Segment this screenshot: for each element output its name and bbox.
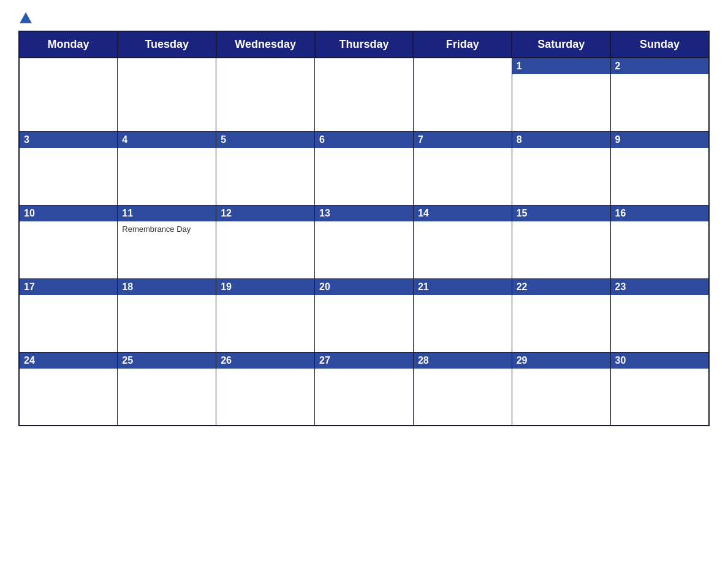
day-number: 11 <box>118 205 216 221</box>
calendar-cell: 2 <box>610 58 709 131</box>
calendar-cell: 11Remembrance Day <box>118 205 216 278</box>
calendar-cell: 18 <box>118 278 216 352</box>
day-number: 4 <box>118 132 216 148</box>
calendar-cell: 21 <box>413 278 512 352</box>
calendar-week-4: 17181920212223 <box>19 278 709 352</box>
calendar-cell: 12 <box>216 205 315 278</box>
calendar-cell: 27 <box>315 352 414 426</box>
day-number: 13 <box>315 205 413 221</box>
calendar-cell: 16 <box>610 205 709 278</box>
calendar-cell: 8 <box>512 131 610 205</box>
day-number: 21 <box>414 279 512 295</box>
calendar-cell: 9 <box>610 131 709 205</box>
calendar-cell: 7 <box>413 131 512 205</box>
calendar-cell <box>118 58 216 131</box>
calendar-table: MondayTuesdayWednesdayThursdayFridaySatu… <box>18 31 710 426</box>
calendar-cell: 6 <box>315 131 414 205</box>
day-number: 6 <box>315 132 413 148</box>
day-headers-row: MondayTuesdayWednesdayThursdayFridaySatu… <box>19 31 709 58</box>
calendar-cell: 15 <box>512 205 610 278</box>
calendar-week-3: 1011Remembrance Day1213141516 <box>19 205 709 278</box>
calendar-cell <box>315 58 414 131</box>
calendar-cell: 24 <box>19 352 118 426</box>
calendar-cell: 25 <box>118 352 216 426</box>
calendar-cell: 1 <box>512 58 610 131</box>
day-number: 8 <box>512 132 610 148</box>
day-number: 27 <box>315 353 413 369</box>
calendar-week-1: 12 <box>19 58 709 131</box>
day-number: 7 <box>414 132 512 148</box>
day-number: 25 <box>118 353 216 369</box>
day-number: 10 <box>20 205 117 221</box>
calendar-cell <box>413 58 512 131</box>
day-header-sunday: Sunday <box>610 31 709 58</box>
day-header-wednesday: Wednesday <box>216 31 315 58</box>
calendar-cell: 22 <box>512 278 610 352</box>
day-number: 9 <box>611 132 708 148</box>
logo <box>18 12 32 25</box>
day-number: 20 <box>315 279 413 295</box>
day-header-tuesday: Tuesday <box>118 31 216 58</box>
day-number: 3 <box>20 132 117 148</box>
day-number: 12 <box>216 205 314 221</box>
day-number: 15 <box>512 205 610 221</box>
day-header-monday: Monday <box>19 31 118 58</box>
day-header-saturday: Saturday <box>512 31 610 58</box>
day-number: 28 <box>414 353 512 369</box>
day-number: 24 <box>20 353 117 369</box>
day-number: 18 <box>118 279 216 295</box>
calendar-cell <box>216 58 315 131</box>
calendar-week-5: 24252627282930 <box>19 352 709 426</box>
day-number: 2 <box>611 58 708 74</box>
calendar-cell: 13 <box>315 205 414 278</box>
calendar-cell: 29 <box>512 352 610 426</box>
day-header-thursday: Thursday <box>315 31 414 58</box>
calendar-cell: 14 <box>413 205 512 278</box>
calendar-cell: 30 <box>610 352 709 426</box>
calendar-cell <box>19 58 118 131</box>
calendar-cell: 17 <box>19 278 118 352</box>
calendar-cell: 10 <box>19 205 118 278</box>
day-number: 29 <box>512 353 610 369</box>
calendar-cell: 26 <box>216 352 315 426</box>
calendar-cell: 5 <box>216 131 315 205</box>
day-number: 23 <box>611 279 708 295</box>
holiday-label: Remembrance Day <box>118 221 216 237</box>
calendar-cell: 4 <box>118 131 216 205</box>
calendar-cell: 28 <box>413 352 512 426</box>
day-number: 19 <box>216 279 314 295</box>
logo-triangle-icon <box>20 12 32 23</box>
day-number: 16 <box>611 205 708 221</box>
page-header <box>18 12 710 25</box>
day-number: 5 <box>216 132 314 148</box>
day-number: 30 <box>611 353 708 369</box>
day-number: 1 <box>512 58 610 74</box>
day-number: 26 <box>216 353 314 369</box>
calendar-cell: 19 <box>216 278 315 352</box>
day-number: 14 <box>414 205 512 221</box>
day-number: 22 <box>512 279 610 295</box>
day-header-friday: Friday <box>413 31 512 58</box>
calendar-week-2: 3456789 <box>19 131 709 205</box>
calendar-cell: 23 <box>610 278 709 352</box>
calendar-cell: 3 <box>19 131 118 205</box>
calendar-cell: 20 <box>315 278 414 352</box>
day-number: 17 <box>20 279 117 295</box>
